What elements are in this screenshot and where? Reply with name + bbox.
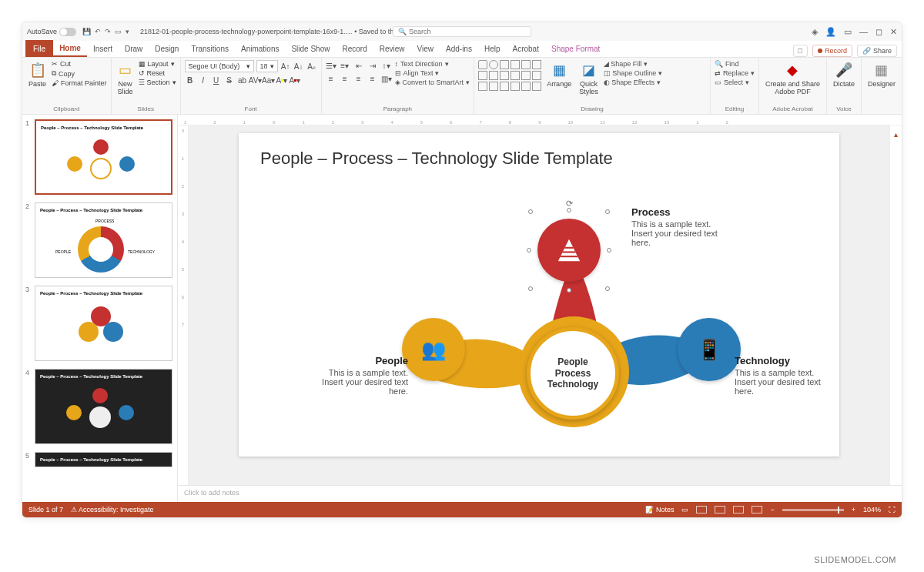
ribbon-display-icon[interactable]: ▭ <box>844 27 852 37</box>
selection-handle[interactable] <box>527 248 531 253</box>
line-spacing-button[interactable]: ↕▾ <box>381 60 392 71</box>
quick-styles-button[interactable]: ◪Quick Styles <box>577 60 601 97</box>
tab-record[interactable]: Record <box>336 40 373 57</box>
increase-font-button[interactable]: A↑ <box>280 61 291 72</box>
accessibility-status[interactable]: ⚠ Accessibility: Investigate <box>71 506 154 513</box>
strike-button[interactable]: S <box>224 75 235 85</box>
reset-button[interactable]: ↺ Reset <box>139 69 176 77</box>
format-painter-button[interactable]: 🖌 Format Painter <box>52 79 107 87</box>
slide-thumbnail-1[interactable]: 1 People – Process – Technology Slide Te… <box>27 119 172 195</box>
shape-fill-button[interactable]: ◢ Shape Fill ▾ <box>604 60 662 68</box>
selection-handle[interactable] <box>528 209 533 214</box>
change-case-button[interactable]: Aa▾ <box>263 75 274 85</box>
selection-handle[interactable] <box>605 286 610 291</box>
tab-shape-format[interactable]: Shape Format <box>545 40 606 57</box>
copy-button[interactable]: ⧉ Copy <box>52 69 107 78</box>
normal-view-button[interactable] <box>696 506 707 513</box>
bold-button[interactable]: B <box>185 75 196 85</box>
notes-pane[interactable]: Click to add notes <box>178 485 902 502</box>
tab-transitions[interactable]: Transitions <box>185 40 235 57</box>
slide-thumbnail-2[interactable]: 2 People – Process – Technology Slide Te… <box>27 202 172 278</box>
technology-node[interactable]: 📱 <box>678 318 741 381</box>
zoom-out-button[interactable]: − <box>770 506 774 513</box>
indent-dec-button[interactable]: ⇤ <box>353 60 364 71</box>
slideshow-view-button[interactable] <box>752 506 762 513</box>
char-spacing-button[interactable]: AV▾ <box>250 75 261 85</box>
convert-smartart-button[interactable]: ◈ Convert to SmartArt ▾ <box>395 79 470 86</box>
underline-button[interactable]: U <box>211 75 222 85</box>
notes-toggle[interactable]: 📝 Notes <box>645 506 674 513</box>
slide-thumbnail-4[interactable]: 4 People – Process – Technology Slide Te… <box>27 369 172 444</box>
numbering-button[interactable]: ≡▾ <box>340 60 350 71</box>
tab-insert[interactable]: Insert <box>87 40 119 57</box>
bullets-button[interactable]: ☰▾ <box>326 60 336 71</box>
tab-view[interactable]: View <box>411 40 440 57</box>
tab-help[interactable]: Help <box>478 40 507 57</box>
designer-button[interactable]: ▦Designer <box>865 60 898 89</box>
close-button[interactable]: ✕ <box>890 27 897 37</box>
justify-button[interactable]: ≡ <box>367 73 378 84</box>
sorter-view-button[interactable] <box>715 506 725 513</box>
text-direction-button[interactable]: ↕ Text Direction ▾ <box>395 60 470 68</box>
selection-handle[interactable] <box>567 288 571 293</box>
coming-soon-icon[interactable]: ◈ <box>812 27 818 37</box>
layout-button[interactable]: ▦ Layout ▾ <box>139 60 176 68</box>
adobe-pdf-button[interactable]: ◆Create and Share Adobe PDF <box>763 60 822 97</box>
arrange-button[interactable]: ▦Arrange <box>544 60 574 89</box>
align-left-button[interactable]: ≡ <box>326 73 336 84</box>
undo-icon[interactable]: ↶ <box>95 28 101 35</box>
tab-review[interactable]: Review <box>373 40 411 57</box>
technology-label-block[interactable]: Technology This is a sample text. Insert… <box>735 355 835 396</box>
toggle-switch-icon[interactable] <box>59 28 76 36</box>
selection-handle[interactable] <box>567 208 571 212</box>
comments-button[interactable]: □ <box>793 45 808 57</box>
italic-button[interactable]: I <box>198 75 209 85</box>
select-button[interactable]: ▭ Select ▾ <box>715 79 755 86</box>
zoom-in-button[interactable]: + <box>852 506 855 513</box>
clear-format-button[interactable]: Aₑ <box>306 61 317 72</box>
replace-button[interactable]: ⇄ Replace ▾ <box>715 69 755 77</box>
autosave-toggle[interactable]: AutoSave <box>27 28 76 36</box>
columns-button[interactable]: ▥▾ <box>381 73 392 84</box>
start-slideshow-icon[interactable]: ▭ <box>115 28 122 35</box>
center-circle[interactable]: People Process Technology <box>527 327 619 420</box>
share-button[interactable]: 🔗 Share <box>857 45 897 57</box>
zoom-slider[interactable] <box>782 509 844 511</box>
reading-view-button[interactable] <box>733 506 744 513</box>
tab-acrobat[interactable]: Acrobat <box>507 40 545 57</box>
slide-canvas[interactable]: People – Process – Technology Slide Temp… <box>239 133 839 457</box>
slide-thumbnail-3[interactable]: 3 People – Process – Technology Slide Te… <box>27 286 172 361</box>
maximize-button[interactable]: ◻ <box>875 27 882 37</box>
people-label-block[interactable]: People This is a sample text. Insert you… <box>308 355 408 396</box>
tab-draw[interactable]: Draw <box>119 40 149 57</box>
display-settings-button[interactable]: ▭ <box>681 506 688 513</box>
file-tab[interactable]: File <box>25 40 53 57</box>
tab-animations[interactable]: Animations <box>235 40 285 57</box>
font-size-select[interactable]: 18▾ <box>256 60 278 72</box>
selection-handle[interactable] <box>607 248 611 253</box>
search-input[interactable] <box>409 28 517 35</box>
cut-button[interactable]: ✂ Cut <box>52 60 107 68</box>
align-right-button[interactable]: ≡ <box>353 73 364 84</box>
right-scroll-strip[interactable]: ▴ <box>889 125 902 485</box>
paste-button[interactable]: 📋 Paste <box>26 60 49 89</box>
new-slide-button[interactable]: ▭ New Slide <box>116 60 136 97</box>
align-center-button[interactable]: ≡ <box>340 73 350 84</box>
shape-outline-button[interactable]: ◫ Shape Outline ▾ <box>604 69 662 77</box>
qat-dropdown-icon[interactable]: ▾ <box>126 28 129 35</box>
record-button[interactable]: Record <box>812 45 852 57</box>
tab-addins[interactable]: Add-ins <box>440 40 478 57</box>
people-node[interactable]: 👥 <box>402 318 465 381</box>
section-button[interactable]: ☰ Section ▾ <box>139 79 176 86</box>
slide-indicator[interactable]: Slide 1 of 7 <box>28 506 63 513</box>
redo-icon[interactable]: ↷ <box>105 28 111 35</box>
tab-slideshow[interactable]: Slide Show <box>285 40 336 57</box>
find-button[interactable]: 🔍 Find <box>715 60 755 68</box>
tab-design[interactable]: Design <box>149 40 185 57</box>
scroll-up-icon[interactable]: ▴ <box>894 130 898 139</box>
slide-thumbnail-5[interactable]: 5 People – Process – Technology Slide Te… <box>27 452 172 467</box>
save-icon[interactable]: 💾 <box>82 28 91 35</box>
shape-effects-button[interactable]: ◐ Shape Effects ▾ <box>604 79 662 86</box>
fit-window-button[interactable]: ⛶ <box>889 506 896 513</box>
slide-editor[interactable]: People – Process – Technology Slide Temp… <box>189 125 889 485</box>
